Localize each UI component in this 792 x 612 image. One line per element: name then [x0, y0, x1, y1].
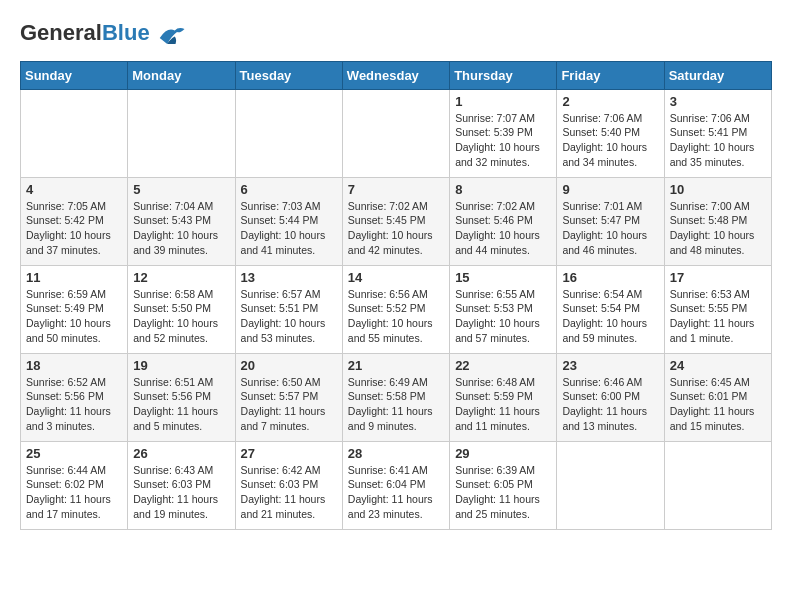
column-header-saturday: Saturday [664, 61, 771, 89]
calendar-cell: 12Sunrise: 6:58 AMSunset: 5:50 PMDayligh… [128, 265, 235, 353]
day-number: 26 [133, 446, 229, 461]
calendar-cell: 11Sunrise: 6:59 AMSunset: 5:49 PMDayligh… [21, 265, 128, 353]
day-info: Sunrise: 6:45 AMSunset: 6:01 PMDaylight:… [670, 375, 766, 434]
day-info: Sunrise: 7:02 AMSunset: 5:45 PMDaylight:… [348, 199, 444, 258]
calendar-cell: 18Sunrise: 6:52 AMSunset: 5:56 PMDayligh… [21, 353, 128, 441]
day-number: 12 [133, 270, 229, 285]
day-info: Sunrise: 6:56 AMSunset: 5:52 PMDaylight:… [348, 287, 444, 346]
calendar-cell: 29Sunrise: 6:39 AMSunset: 6:05 PMDayligh… [450, 441, 557, 529]
day-info: Sunrise: 7:02 AMSunset: 5:46 PMDaylight:… [455, 199, 551, 258]
calendar-cell: 3Sunrise: 7:06 AMSunset: 5:41 PMDaylight… [664, 89, 771, 177]
day-number: 22 [455, 358, 551, 373]
logo-bird-icon [156, 21, 186, 51]
column-header-wednesday: Wednesday [342, 61, 449, 89]
day-number: 2 [562, 94, 658, 109]
day-info: Sunrise: 7:04 AMSunset: 5:43 PMDaylight:… [133, 199, 229, 258]
day-number: 20 [241, 358, 337, 373]
day-info: Sunrise: 7:05 AMSunset: 5:42 PMDaylight:… [26, 199, 122, 258]
day-info: Sunrise: 6:43 AMSunset: 6:03 PMDaylight:… [133, 463, 229, 522]
day-info: Sunrise: 6:48 AMSunset: 5:59 PMDaylight:… [455, 375, 551, 434]
calendar-cell: 27Sunrise: 6:42 AMSunset: 6:03 PMDayligh… [235, 441, 342, 529]
calendar-cell: 6Sunrise: 7:03 AMSunset: 5:44 PMDaylight… [235, 177, 342, 265]
calendar-week-row: 4Sunrise: 7:05 AMSunset: 5:42 PMDaylight… [21, 177, 772, 265]
calendar-cell: 23Sunrise: 6:46 AMSunset: 6:00 PMDayligh… [557, 353, 664, 441]
calendar-cell: 25Sunrise: 6:44 AMSunset: 6:02 PMDayligh… [21, 441, 128, 529]
day-number: 21 [348, 358, 444, 373]
day-number: 5 [133, 182, 229, 197]
day-number: 23 [562, 358, 658, 373]
calendar-week-row: 1Sunrise: 7:07 AMSunset: 5:39 PMDaylight… [21, 89, 772, 177]
calendar-cell: 28Sunrise: 6:41 AMSunset: 6:04 PMDayligh… [342, 441, 449, 529]
day-info: Sunrise: 6:57 AMSunset: 5:51 PMDaylight:… [241, 287, 337, 346]
day-info: Sunrise: 6:44 AMSunset: 6:02 PMDaylight:… [26, 463, 122, 522]
day-number: 24 [670, 358, 766, 373]
calendar-cell: 10Sunrise: 7:00 AMSunset: 5:48 PMDayligh… [664, 177, 771, 265]
day-number: 14 [348, 270, 444, 285]
logo: GeneralBlue [20, 20, 186, 51]
day-info: Sunrise: 7:06 AMSunset: 5:41 PMDaylight:… [670, 111, 766, 170]
calendar-cell: 4Sunrise: 7:05 AMSunset: 5:42 PMDaylight… [21, 177, 128, 265]
calendar-cell [21, 89, 128, 177]
day-info: Sunrise: 6:42 AMSunset: 6:03 PMDaylight:… [241, 463, 337, 522]
day-info: Sunrise: 6:49 AMSunset: 5:58 PMDaylight:… [348, 375, 444, 434]
calendar-cell: 2Sunrise: 7:06 AMSunset: 5:40 PMDaylight… [557, 89, 664, 177]
day-number: 3 [670, 94, 766, 109]
day-info: Sunrise: 6:58 AMSunset: 5:50 PMDaylight:… [133, 287, 229, 346]
day-number: 25 [26, 446, 122, 461]
calendar-week-row: 25Sunrise: 6:44 AMSunset: 6:02 PMDayligh… [21, 441, 772, 529]
day-info: Sunrise: 6:52 AMSunset: 5:56 PMDaylight:… [26, 375, 122, 434]
day-info: Sunrise: 7:03 AMSunset: 5:44 PMDaylight:… [241, 199, 337, 258]
day-number: 15 [455, 270, 551, 285]
calendar-cell [128, 89, 235, 177]
day-number: 13 [241, 270, 337, 285]
calendar-cell: 9Sunrise: 7:01 AMSunset: 5:47 PMDaylight… [557, 177, 664, 265]
calendar-header-row: SundayMondayTuesdayWednesdayThursdayFrid… [21, 61, 772, 89]
column-header-thursday: Thursday [450, 61, 557, 89]
calendar-week-row: 11Sunrise: 6:59 AMSunset: 5:49 PMDayligh… [21, 265, 772, 353]
day-info: Sunrise: 7:06 AMSunset: 5:40 PMDaylight:… [562, 111, 658, 170]
day-number: 6 [241, 182, 337, 197]
calendar-cell: 15Sunrise: 6:55 AMSunset: 5:53 PMDayligh… [450, 265, 557, 353]
day-number: 18 [26, 358, 122, 373]
column-header-monday: Monday [128, 61, 235, 89]
day-number: 7 [348, 182, 444, 197]
day-info: Sunrise: 7:00 AMSunset: 5:48 PMDaylight:… [670, 199, 766, 258]
calendar-week-row: 18Sunrise: 6:52 AMSunset: 5:56 PMDayligh… [21, 353, 772, 441]
day-number: 11 [26, 270, 122, 285]
day-info: Sunrise: 6:53 AMSunset: 5:55 PMDaylight:… [670, 287, 766, 346]
day-number: 29 [455, 446, 551, 461]
day-info: Sunrise: 6:55 AMSunset: 5:53 PMDaylight:… [455, 287, 551, 346]
calendar-cell: 1Sunrise: 7:07 AMSunset: 5:39 PMDaylight… [450, 89, 557, 177]
calendar-cell [557, 441, 664, 529]
day-info: Sunrise: 7:01 AMSunset: 5:47 PMDaylight:… [562, 199, 658, 258]
day-number: 10 [670, 182, 766, 197]
day-number: 17 [670, 270, 766, 285]
calendar-cell [664, 441, 771, 529]
calendar-cell: 24Sunrise: 6:45 AMSunset: 6:01 PMDayligh… [664, 353, 771, 441]
day-info: Sunrise: 6:59 AMSunset: 5:49 PMDaylight:… [26, 287, 122, 346]
calendar-cell: 7Sunrise: 7:02 AMSunset: 5:45 PMDaylight… [342, 177, 449, 265]
calendar-cell: 14Sunrise: 6:56 AMSunset: 5:52 PMDayligh… [342, 265, 449, 353]
calendar-cell: 21Sunrise: 6:49 AMSunset: 5:58 PMDayligh… [342, 353, 449, 441]
calendar-cell: 5Sunrise: 7:04 AMSunset: 5:43 PMDaylight… [128, 177, 235, 265]
calendar-table: SundayMondayTuesdayWednesdayThursdayFrid… [20, 61, 772, 530]
calendar-cell: 20Sunrise: 6:50 AMSunset: 5:57 PMDayligh… [235, 353, 342, 441]
day-info: Sunrise: 6:50 AMSunset: 5:57 PMDaylight:… [241, 375, 337, 434]
day-info: Sunrise: 6:46 AMSunset: 6:00 PMDaylight:… [562, 375, 658, 434]
calendar-cell [342, 89, 449, 177]
column-header-tuesday: Tuesday [235, 61, 342, 89]
calendar-cell: 16Sunrise: 6:54 AMSunset: 5:54 PMDayligh… [557, 265, 664, 353]
day-number: 28 [348, 446, 444, 461]
calendar-cell: 19Sunrise: 6:51 AMSunset: 5:56 PMDayligh… [128, 353, 235, 441]
day-number: 19 [133, 358, 229, 373]
logo-text: GeneralBlue [20, 20, 186, 51]
day-number: 16 [562, 270, 658, 285]
day-info: Sunrise: 7:07 AMSunset: 5:39 PMDaylight:… [455, 111, 551, 170]
calendar-cell [235, 89, 342, 177]
day-info: Sunrise: 6:41 AMSunset: 6:04 PMDaylight:… [348, 463, 444, 522]
day-number: 1 [455, 94, 551, 109]
column-header-sunday: Sunday [21, 61, 128, 89]
day-number: 27 [241, 446, 337, 461]
day-info: Sunrise: 6:54 AMSunset: 5:54 PMDaylight:… [562, 287, 658, 346]
page-header: GeneralBlue [20, 20, 772, 51]
